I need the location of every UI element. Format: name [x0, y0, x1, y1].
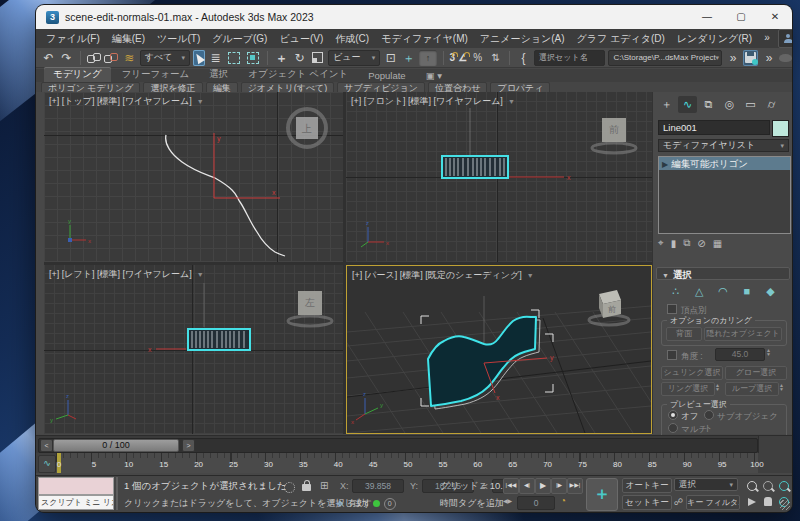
render-teapot-icon[interactable] — [779, 54, 791, 62]
next-frame-button[interactable]: > — [182, 439, 195, 452]
menu-item-4[interactable]: ビュー(V) — [273, 32, 329, 46]
ribbon-tab-3[interactable]: オブジェクト ペイント — [239, 67, 357, 82]
menu-item-6[interactable]: モディファイヤ(M) — [375, 32, 474, 46]
key-filter-figure-icon[interactable]: ☍ — [674, 497, 683, 507]
viewport-label[interactable]: [+] [レフト] [標準] [ワイヤフレーム]▼ — [49, 268, 204, 281]
viewport-perspective[interactable]: y x 前 z y x [+] — [346, 265, 652, 434]
splitter-handle[interactable] — [116, 477, 118, 510]
scale-tool-button[interactable] — [310, 50, 325, 66]
spinner-snap-button[interactable]: ⇅ — [488, 50, 503, 66]
polygon-mode-button[interactable]: ■ — [738, 285, 755, 298]
zoom-all-icon[interactable] — [760, 478, 775, 493]
select-by-name-button[interactable]: ≣ — [208, 50, 223, 66]
percent-snap-button[interactable]: % — [470, 50, 485, 66]
move-tool-button[interactable]: ＋ — [274, 50, 289, 66]
spline-curve[interactable] — [166, 135, 285, 256]
select-object-button[interactable] — [193, 50, 205, 66]
menu-item-0[interactable]: ファイル(F) — [40, 32, 106, 46]
angle-snap-button[interactable]: ∠ — [458, 52, 467, 63]
user-account-menu[interactable]: Tori iPentec ▾ — [778, 29, 792, 48]
keyboard-override-toggle[interactable]: ↑ — [419, 50, 436, 66]
viewport-label[interactable]: [+] [パース] [標準] [既定のシェーディング]▼ — [352, 269, 534, 282]
remove-modifier-icon[interactable]: ⊘ — [697, 238, 705, 249]
ribbon-overflow-icon[interactable]: ▣ ▾ — [417, 69, 451, 82]
border-mode-button[interactable]: ◠ — [715, 285, 732, 298]
modifier-list-dropdown[interactable]: モディファイヤリスト ▾ — [658, 139, 789, 152]
element-mode-button[interactable]: ◆ — [762, 285, 779, 298]
menu-item-1[interactable]: 編集(E) — [106, 32, 151, 46]
tab-hierarchy[interactable]: ⧉ — [699, 96, 718, 113]
pin-stack-icon[interactable]: ⌖ — [658, 237, 664, 249]
keying-selection-dropdown[interactable]: 選択 ▾ — [674, 478, 738, 491]
track-bar-ruler[interactable]: 0510152025303540455055606570758085909510… — [56, 453, 758, 473]
rotate-tool-button[interactable]: ↻ — [292, 50, 307, 66]
angle-value-field[interactable]: 45.0 — [715, 348, 765, 361]
menu-item-7[interactable]: アニメーション(A) — [474, 32, 571, 46]
maxscript-mini-listener[interactable] — [38, 477, 114, 495]
viewport-left[interactable]: x z y 左 [+] [レフト] [標準] [ワイヤフレーム]▼ — [44, 265, 343, 434]
close-button[interactable]: ✕ — [758, 5, 792, 29]
viewport-label[interactable]: [+] [トップ] [標準] [ワイヤフレーム]▼ — [49, 95, 204, 108]
menu-item-10[interactable]: » — [758, 32, 776, 46]
field-of-view-icon[interactable] — [744, 494, 759, 509]
ribbon-tab-4[interactable]: Populate — [359, 69, 415, 82]
toolbar-overflow-button[interactable]: » — [761, 50, 776, 66]
minimize-button[interactable]: — — [690, 5, 724, 29]
unlink-icon[interactable] — [104, 52, 118, 64]
menu-item-5[interactable]: 作成(C) — [329, 32, 375, 46]
set-key-button[interactable]: セットキー — [622, 495, 672, 510]
configure-modifier-sets-icon[interactable]: ▦ — [713, 238, 722, 249]
tab-modify[interactable]: ∿ — [678, 96, 697, 113]
viewport-front[interactable]: x z x 前 [+] [フロント] [標準] [ワイヤフレーム]▼ — [346, 92, 652, 262]
undo-button[interactable]: ↶ — [41, 50, 56, 66]
viewport-label[interactable]: [+] [フロント] [標準] [ワイヤフレーム]▼ — [351, 95, 515, 108]
auto-key-button[interactable]: オートキー — [622, 478, 672, 493]
filter-funnel-icon[interactable]: ▼ — [527, 272, 534, 279]
loop-button[interactable]: ループ選択 — [725, 382, 779, 396]
absolute-offset-icon[interactable]: ⊞ — [320, 480, 328, 491]
redo-button[interactable]: ↷ — [59, 50, 74, 66]
save-file-button[interactable] — [743, 50, 758, 66]
object-color-swatch[interactable] — [772, 120, 789, 137]
grow-button[interactable]: グロー選択 — [725, 366, 787, 380]
zoom-icon[interactable] — [744, 478, 759, 493]
zoom-extents-icon[interactable] — [776, 478, 791, 493]
shrink-button[interactable]: シュリンク選択 — [661, 366, 723, 380]
tab-utilities[interactable]: ⌭ — [762, 96, 781, 113]
toolbar-overflow-button[interactable]: » — [725, 50, 740, 66]
next-frame-button[interactable]: |▶ — [551, 478, 567, 494]
filter-funnel-icon[interactable]: ▼ — [197, 271, 204, 278]
preview-off-radio[interactable]: オフ — [668, 410, 698, 423]
resize-grip[interactable] — [780, 500, 790, 510]
viewcube[interactable]: 上 — [288, 109, 326, 147]
bind-spacewarp-icon[interactable]: ≋ — [122, 50, 137, 66]
key-mode-toggle-icon[interactable]: ◔ — [560, 495, 566, 506]
stack-item-editable-poly[interactable]: ▶編集可能ポリゴン — [659, 157, 790, 170]
add-time-tag[interactable]: 時間タグを追加 — [440, 497, 504, 510]
vertex-mode-button[interactable]: ∴ — [667, 285, 684, 298]
wall-object-front[interactable] — [442, 156, 508, 178]
loop-spinner[interactable]: ▲▼ — [778, 383, 785, 391]
viewcube[interactable]: 前 — [589, 290, 629, 325]
prev-frame-button[interactable]: < — [40, 439, 53, 452]
viewcube[interactable]: 左 — [288, 291, 332, 326]
play-button[interactable]: ▶ — [535, 478, 551, 494]
expand-arrow-icon[interactable]: ▶ — [662, 160, 668, 169]
maximize-button[interactable]: ▢ — [724, 5, 758, 29]
frame-spinner-arrows[interactable]: ◀▶ — [503, 497, 512, 504]
previous-frame-button[interactable]: ◀| — [519, 478, 535, 494]
menu-item-9[interactable]: レンダリング(R) — [671, 32, 758, 46]
selection-region-button[interactable] — [226, 50, 242, 66]
filter-funnel-icon[interactable]: ▼ — [197, 98, 204, 105]
select-manipulate-button[interactable]: ＋ — [401, 50, 416, 66]
maxscript-listener-label[interactable]: スクリプト ミニ リス — [38, 495, 114, 510]
menu-item-3[interactable]: グループ(G) — [206, 32, 273, 46]
selection-rollout-header[interactable]: ▼選択 — [656, 267, 790, 280]
edit-named-selection-button[interactable]: { — [516, 50, 531, 66]
shield-icon[interactable]: ❖ — [336, 499, 344, 509]
go-to-end-button[interactable]: ▶▶| — [567, 478, 583, 494]
notification-count-badge[interactable]: 0 — [384, 498, 396, 510]
show-end-result-icon[interactable]: ▮ — [671, 238, 677, 249]
tab-display[interactable]: ▭ — [741, 96, 760, 113]
current-frame-field[interactable]: 0 — [517, 496, 555, 510]
